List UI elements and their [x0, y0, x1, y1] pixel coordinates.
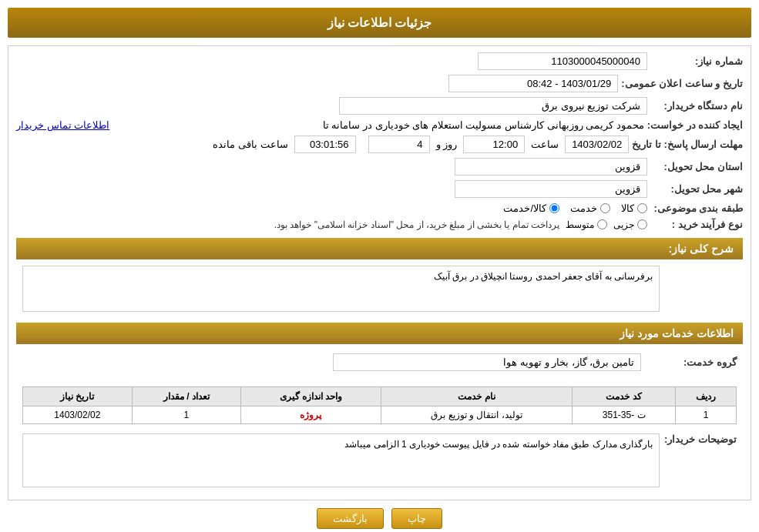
services-tbody: 1ت -35-351تولید، انتقال و توزیع برقپروژه… — [23, 407, 737, 424]
process-radios: جزیی متوسط پرداخت تمام یا بخشی از مبلغ خ… — [274, 219, 647, 230]
announce-date-value: 1403/01/29 - 08:42 — [448, 75, 618, 92]
cell-serviceName: تولید، انتقال و توزیع برق — [381, 407, 573, 424]
radio-goods-label: کالا — [621, 202, 634, 214]
service-group-label: گروه خدمت: — [644, 356, 737, 368]
city-row: شهر محل تحویل: قزوین — [16, 180, 743, 198]
process-description: پرداخت تمام یا بخشی از مبلغ خرید، از محل… — [274, 219, 559, 230]
buyer-notes-row: توضیحات خریدار: بارگذاری مدارک طبق مفاد … — [16, 427, 743, 494]
deadline-time: 12:00 — [463, 136, 525, 153]
category-label: طبقه بندی موضوعی: — [650, 202, 743, 214]
province-label: استان محل تحویل: — [650, 161, 743, 172]
services-table-wrapper: ردیف کد خدمت نام خدمت واحد اندازه گیری ت… — [16, 379, 743, 427]
table-header-row: ردیف کد خدمت نام خدمت واحد اندازه گیری ت… — [23, 387, 737, 407]
services-table: ردیف کد خدمت نام خدمت واحد اندازه گیری ت… — [22, 386, 737, 424]
city-value: قزوین — [455, 180, 647, 198]
radio-medium-input[interactable] — [597, 219, 607, 229]
category-row: طبقه بندی موضوعی: کالا خدمت کالا/خدمت — [16, 202, 743, 214]
deadline-remaining-label: ساعت باقی مانده — [213, 139, 287, 150]
process-row: نوع فرآیند خرید : جزیی متوسط پرداخت تمام… — [16, 219, 743, 230]
cell-serviceCode: ت -35-351 — [573, 407, 676, 424]
need-number-value: 1103000045000040 — [478, 52, 647, 70]
radio-goods-service[interactable]: کالا/خدمت — [503, 202, 559, 214]
buyer-name-value: شرکت توزیع نیروی برق — [339, 97, 647, 115]
cell-quantity: 1 — [132, 407, 241, 424]
deadline-date: 1403/02/02 — [565, 136, 629, 153]
radio-service[interactable]: خدمت — [570, 202, 610, 214]
cell-measurementUnit: پروژه — [241, 407, 381, 424]
buyer-name-row: نام دستگاه خریدار: شرکت توزیع نیروی برق — [16, 97, 743, 115]
service-group-row: گروه خدمت: تامین برق، گاز، بخار و تهویه … — [16, 350, 743, 374]
back-button[interactable]: بازگشت — [317, 508, 384, 529]
radio-goods[interactable]: کالا — [621, 202, 647, 214]
need-description-row: برفرسانی به آقای جعفر احمدی روستا انچیلا… — [16, 266, 743, 318]
announce-date-row: تاریخ و ساعت اعلان عمومی: 1403/01/29 - 0… — [16, 75, 743, 92]
contact-link[interactable]: اطلاعات تماس خریدار — [16, 119, 109, 131]
radio-partial-input[interactable] — [637, 219, 647, 229]
cell-rowNumber: 1 — [675, 407, 736, 424]
col-quantity: تعداد / مقدار — [132, 387, 241, 407]
main-section: شماره نیاز: 1103000045000040 تاریخ و ساع… — [8, 45, 751, 500]
col-service-name: نام خدمت — [381, 387, 573, 407]
col-need-date: تاریخ نیاز — [23, 387, 133, 407]
radio-service-label: خدمت — [570, 202, 597, 214]
radio-goods-input[interactable] — [637, 203, 647, 213]
process-label: نوع فرآیند خرید : — [650, 219, 743, 230]
deadline-remaining: 03:01:56 — [294, 136, 356, 153]
radio-goods-service-label: کالا/خدمت — [503, 202, 546, 214]
need-number-row: شماره نیاز: 1103000045000040 — [16, 52, 743, 70]
radio-medium-label: متوسط — [566, 219, 594, 230]
radio-goods-service-input[interactable] — [549, 203, 559, 213]
services-section: اطلاعات خدمات مورد نیاز گروه خدمت: تامین… — [16, 323, 743, 494]
deadline-row: مهلت ارسال پاسخ: تا تاریخ 1403/02/02 ساع… — [16, 136, 743, 153]
announce-date-label: تاریخ و ساعت اعلان عمومی: — [621, 78, 743, 89]
service-group-value: تامین برق، گاز، بخار و تهویه هوا — [333, 353, 641, 371]
radio-partial[interactable]: جزیی — [613, 219, 647, 230]
print-button[interactable]: چاپ — [391, 508, 442, 529]
radio-medium[interactable]: متوسط — [566, 219, 607, 230]
deadline-days: 4 — [368, 136, 430, 153]
deadline-label: مهلت ارسال پاسخ: تا تاریخ — [632, 139, 743, 150]
need-description-header: شرح کلی نیاز: — [16, 238, 743, 259]
button-row: چاپ بازگشت — [8, 508, 751, 529]
province-value: قزوین — [455, 158, 647, 176]
col-measurement-unit: واحد اندازه گیری — [241, 387, 381, 407]
need-description-input[interactable]: برفرسانی به آقای جعفر احمدی روستا انچیلا… — [22, 266, 660, 312]
page-wrapper: جزئیات اطلاعات نیاز شماره نیاز: 11030000… — [0, 0, 759, 532]
creator-row: ایجاد کننده در خواست: محمود کریمی روزبها… — [16, 119, 743, 131]
need-description-section: شرح کلی نیاز: برفرسانی به آقای جعفر احمد… — [16, 238, 743, 318]
col-service-code: کد خدمت — [573, 387, 676, 407]
need-number-label: شماره نیاز: — [650, 55, 743, 67]
buyer-notes-input[interactable]: بارگذاری مدارک طبق مفاد خواسته شده در فا… — [22, 433, 660, 487]
province-row: استان محل تحویل: قزوین — [16, 158, 743, 176]
deadline-days-label: روز و — [436, 139, 458, 150]
radio-service-input[interactable] — [600, 203, 610, 213]
cell-needDate: 1403/02/02 — [23, 407, 133, 424]
city-label: شهر محل تحویل: — [650, 183, 743, 195]
radio-partial-label: جزیی — [613, 219, 634, 230]
col-row-number: ردیف — [675, 387, 736, 407]
category-radios: کالا خدمت کالا/خدمت — [503, 202, 647, 214]
services-header: اطلاعات خدمات مورد نیاز — [16, 323, 743, 344]
deadline-time-label: ساعت — [531, 139, 559, 150]
page-title: جزئیات اطلاعات نیاز — [8, 8, 751, 38]
creator-value: محمود کریمی روزبهانی کارشناس مسولیت استع… — [113, 119, 644, 131]
buyer-notes-label: توضیحات خریدار: — [660, 433, 737, 445]
buyer-name-label: نام دستگاه خریدار: — [650, 100, 743, 112]
creator-label: ایجاد کننده در خواست: — [647, 119, 743, 131]
table-row: 1ت -35-351تولید، انتقال و توزیع برقپروژه… — [23, 407, 737, 424]
